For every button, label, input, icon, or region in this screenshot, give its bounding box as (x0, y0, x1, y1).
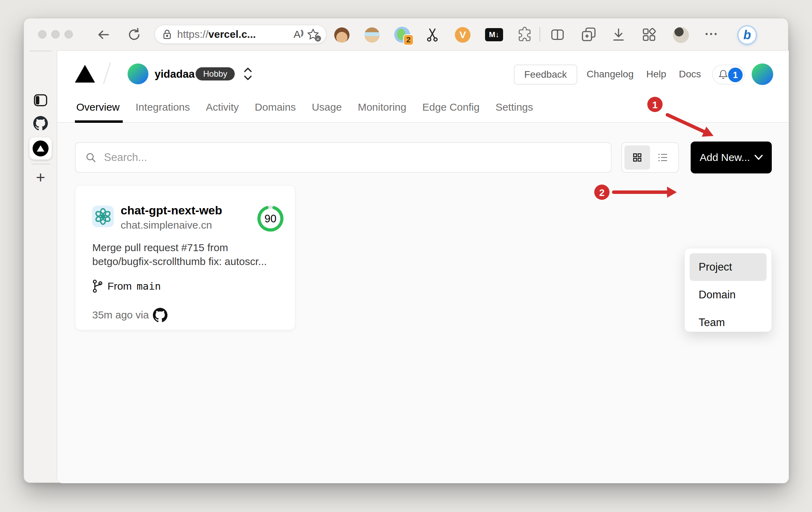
plan-badge: Hobby (196, 67, 235, 80)
sidebar-top-divider (29, 51, 52, 51)
search-input[interactable] (104, 151, 602, 164)
vercel-page: yidadaa Hobby Feedback Changelog Help Do… (57, 50, 789, 483)
project-domain[interactable]: chat.simplenaive.cn (121, 219, 212, 231)
vercel-header: yidadaa Hobby Feedback Changelog Help Do… (57, 51, 789, 123)
project-search[interactable] (75, 142, 612, 173)
bing-chat-icon[interactable]: b (737, 25, 757, 45)
tab-settings[interactable]: Settings (495, 101, 533, 113)
view-toggle (621, 142, 679, 173)
chevron-down-icon (754, 155, 763, 160)
tab-usage[interactable]: Usage (312, 101, 342, 113)
desktop: https://vercel.c... A)) + 2 V (0, 0, 812, 512)
notifications-button[interactable]: 1 (712, 65, 745, 85)
translate-extension-icon[interactable] (364, 27, 380, 43)
read-aloud-icon[interactable]: A)) (294, 28, 302, 40)
url-text: https://vercel.c... (177, 28, 256, 40)
more-menu-icon[interactable] (706, 33, 717, 35)
markdown-extension-icon[interactable]: M↓ (485, 28, 503, 41)
tab-edge-config[interactable]: Edge Config (422, 101, 480, 113)
browser-window: https://vercel.c... A)) + 2 V (24, 18, 788, 483)
grid-view-button[interactable] (624, 145, 650, 170)
tab-actions-sidebar-icon[interactable] (33, 93, 48, 108)
minimize-window-button[interactable] (51, 30, 60, 39)
scissors-extension-icon[interactable] (425, 27, 440, 43)
bell-icon (718, 69, 729, 80)
edge-vertical-tabs-sidebar: + (24, 50, 57, 483)
collections-icon[interactable] (580, 26, 597, 43)
list-view-button[interactable] (650, 145, 676, 170)
search-icon (85, 151, 97, 164)
notification-count-badge: 1 (728, 68, 743, 82)
menu-item-team[interactable]: Team (690, 309, 767, 336)
menu-item-project[interactable]: Project (690, 253, 767, 281)
dashboard-tabs: Overview Integrations Activity Domains U… (76, 101, 533, 113)
browser-profile-avatar[interactable] (673, 27, 689, 43)
add-new-button[interactable]: Add New... (691, 142, 772, 173)
favorites-star-icon[interactable]: + (306, 28, 320, 41)
commit-message-line1: Merge pull request #715 from (92, 241, 279, 254)
branch-name: main (137, 280, 161, 292)
sidebar-tab-divider (32, 164, 50, 164)
score-value: 90 (256, 213, 285, 225)
tab-activity[interactable]: Activity (206, 101, 239, 113)
openai-logo-icon (94, 208, 112, 225)
changelog-link[interactable]: Changelog (587, 68, 633, 80)
project-name[interactable]: chat-gpt-next-web (121, 204, 222, 217)
branch-prefix: From (107, 280, 132, 292)
downloads-icon[interactable] (611, 27, 627, 43)
tab-overview[interactable]: Overview (76, 101, 120, 113)
vercel-logo[interactable] (75, 65, 95, 83)
split-screen-icon[interactable] (550, 27, 565, 43)
new-tab-button[interactable]: + (32, 169, 49, 186)
vercel-active-tab[interactable] (29, 137, 52, 160)
v-extension-icon[interactable]: V (455, 27, 470, 43)
active-tab-underline (75, 120, 123, 123)
project-card[interactable]: chat-gpt-next-web chat.simplenaive.cn 90… (75, 185, 295, 330)
vercel-main: Add New... (57, 123, 789, 483)
docs-link[interactable]: Docs (679, 68, 701, 80)
score-ring: 90 (256, 204, 285, 233)
tab-integrations[interactable]: Integrations (136, 101, 190, 113)
add-new-menu: Project Domain Team (684, 248, 772, 332)
team-name[interactable]: yidadaa (155, 68, 195, 80)
tab-monitoring[interactable]: Monitoring (358, 101, 406, 113)
vercel-tab-favicon (33, 140, 49, 156)
deployment-meta: 35m ago via (92, 308, 167, 322)
traffic-lights (38, 30, 73, 39)
extensions-puzzle-icon[interactable] (517, 27, 533, 43)
list-view-icon (657, 151, 669, 164)
back-icon[interactable] (95, 27, 111, 43)
close-window-button[interactable] (38, 30, 46, 39)
github-tab-favicon[interactable] (33, 116, 48, 130)
team-avatar[interactable] (128, 63, 148, 84)
project-favicon (92, 206, 114, 227)
team-switcher-icon[interactable] (243, 66, 252, 82)
commit-message-line2: betgo/bugfix-scrollthumb fix: autoscr... (92, 255, 279, 268)
git-branch-icon (92, 279, 103, 293)
menu-item-domain[interactable]: Domain (690, 281, 767, 309)
session-extension-icon[interactable]: 2 (394, 27, 410, 43)
help-link[interactable]: Help (646, 68, 666, 80)
tampermonkey-extension-icon[interactable] (334, 27, 349, 43)
grid-view-icon (631, 151, 643, 164)
session-badge: 2 (403, 34, 414, 45)
refresh-icon[interactable] (126, 27, 142, 43)
address-bar[interactable]: https://vercel.c... A)) + (155, 25, 326, 44)
breadcrumb-slash (103, 62, 111, 84)
lock-icon (161, 28, 173, 40)
deploy-time-text: 35m ago via (92, 309, 149, 321)
zoom-window-button[interactable] (64, 30, 73, 39)
toolbar-divider (539, 27, 540, 42)
github-source-icon (153, 308, 167, 322)
tab-domains[interactable]: Domains (255, 101, 296, 113)
apps-launcher-icon[interactable] (641, 27, 657, 43)
feedback-button[interactable]: Feedback (514, 65, 577, 85)
user-avatar[interactable] (752, 63, 773, 85)
branch-row: From main (92, 279, 161, 293)
